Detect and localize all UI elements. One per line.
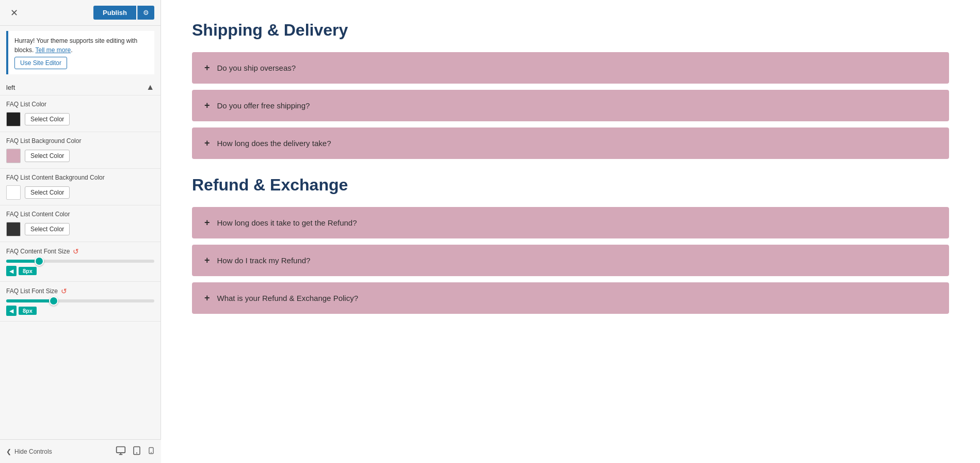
alignment-value: left xyxy=(6,84,15,91)
alignment-row: left ▲ xyxy=(0,79,160,95)
faq-content-font-size-label-row: FAQ Content Font Size ↺ xyxy=(6,247,154,256)
faq-list-content-bg-color-label: FAQ List Content Background Color xyxy=(6,174,154,181)
faq-content-font-size-thumb[interactable] xyxy=(35,257,44,266)
faq-list-font-size-label-row: FAQ List Font Size ↺ xyxy=(6,287,154,295)
chevron-left-icon: ❮ xyxy=(6,448,11,455)
faq-content-font-size-label: FAQ Content Font Size xyxy=(6,248,70,255)
faq-question: Do you offer free shipping? xyxy=(217,101,310,110)
faq-content-font-size-track[interactable] xyxy=(6,260,154,263)
faq-content-font-size-value: 8px xyxy=(19,267,37,275)
faq-list-bg-color-section: FAQ List Background Color Select Color xyxy=(0,132,160,169)
bottom-bar: ❮ Hide Controls xyxy=(0,439,161,463)
faq-plus-icon: + xyxy=(204,217,210,228)
top-bar: ✕ Publish ⚙ xyxy=(0,0,160,26)
main-content: Shipping & Delivery + Do you ship overse… xyxy=(161,0,980,463)
faq-list-content-bg-color-row: Select Color xyxy=(6,185,154,200)
faq-list-bg-color-swatch[interactable] xyxy=(6,149,21,163)
faq-list-content-bg-color-button[interactable]: Select Color xyxy=(25,186,70,199)
faq-list-font-size-section: FAQ List Font Size ↺ ◀ 8px xyxy=(0,282,160,322)
faq-question: How long does it take to get the Refund? xyxy=(217,218,357,227)
faq-list-content-color-button[interactable]: Select Color xyxy=(25,223,70,235)
use-site-editor-button[interactable]: Use Site Editor xyxy=(14,57,67,69)
alignment-arrow[interactable]: ▲ xyxy=(146,83,154,92)
refund-section: Refund & Exchange + How long does it tak… xyxy=(192,175,949,314)
faq-content-font-size-track-wrapper xyxy=(6,260,154,263)
faq-plus-icon: + xyxy=(204,293,210,304)
faq-item[interactable]: + How long does it take to get the Refun… xyxy=(192,207,949,238)
faq-item[interactable]: + Do you offer free shipping? xyxy=(192,90,949,121)
shipping-section: Shipping & Delivery + Do you ship overse… xyxy=(192,21,949,159)
tablet-icon[interactable] xyxy=(132,445,141,458)
faq-item[interactable]: + What is your Refund & Exchange Policy? xyxy=(192,282,949,314)
faq-list-bg-color-button[interactable]: Select Color xyxy=(25,150,70,162)
faq-question: How long does the delivery take? xyxy=(217,139,331,148)
device-icons xyxy=(116,445,155,458)
faq-list-bg-color-row: Select Color xyxy=(6,149,154,163)
faq-item[interactable]: + How do I track my Refund? xyxy=(192,245,949,276)
faq-content-font-size-badge-wrapper: ◀ 8px xyxy=(6,266,37,276)
faq-plus-icon: + xyxy=(204,138,210,149)
desktop-icon[interactable] xyxy=(116,445,126,458)
faq-item[interactable]: + How long does the delivery take? xyxy=(192,127,949,159)
faq-list-bg-color-label: FAQ List Background Color xyxy=(6,137,154,145)
faq-list-content-color-row: Select Color xyxy=(6,222,154,236)
faq-list-font-size-value: 8px xyxy=(19,307,37,315)
faq-question: Do you ship overseas? xyxy=(217,63,296,72)
refund-title: Refund & Exchange xyxy=(192,175,949,195)
faq-list-font-size-reset[interactable]: ↺ xyxy=(61,287,67,295)
notice-box: Hurray! Your theme supports site editing… xyxy=(6,31,154,74)
faq-list-content-bg-color-swatch[interactable] xyxy=(6,185,21,200)
shipping-title: Shipping & Delivery xyxy=(192,21,949,40)
notice-text: Hurray! Your theme supports site editing… xyxy=(14,37,137,54)
left-panel: ✕ Publish ⚙ Hurray! Your theme supports … xyxy=(0,0,161,463)
faq-list-color-swatch[interactable] xyxy=(6,112,21,126)
faq-list-font-size-thumb[interactable] xyxy=(49,296,58,306)
hide-controls-label: Hide Controls xyxy=(14,448,52,455)
faq-list-color-label: FAQ List Color xyxy=(6,101,154,108)
faq-list-content-bg-color-section: FAQ List Content Background Color Select… xyxy=(0,169,160,205)
faq-question: What is your Refund & Exchange Policy? xyxy=(217,294,358,302)
close-button[interactable]: ✕ xyxy=(6,5,22,21)
faq-list-color-button[interactable]: Select Color xyxy=(25,113,70,125)
faq-content-font-size-section: FAQ Content Font Size ↺ ◀ 8px xyxy=(0,242,160,282)
gear-button[interactable]: ⚙ xyxy=(137,6,154,20)
faq-plus-icon: + xyxy=(204,62,210,73)
faq-list-content-color-section: FAQ List Content Color Select Color xyxy=(0,205,160,242)
faq-item[interactable]: + Do you ship overseas? xyxy=(192,52,949,84)
hide-controls-button[interactable]: ❮ Hide Controls xyxy=(6,448,52,455)
controls-area: left ▲ FAQ List Color Select Color FAQ L… xyxy=(0,79,160,463)
faq-plus-icon: + xyxy=(204,255,210,266)
faq-content-font-size-filled xyxy=(6,260,36,263)
faq-content-font-size-decrement[interactable]: ◀ xyxy=(6,266,17,276)
publish-button[interactable]: Publish xyxy=(93,6,136,20)
faq-list-content-color-label: FAQ List Content Color xyxy=(6,211,154,218)
faq-question: How do I track my Refund? xyxy=(217,256,311,265)
faq-list-color-section: FAQ List Color Select Color xyxy=(0,95,160,132)
mobile-icon[interactable] xyxy=(148,445,155,458)
faq-list-font-size-badge-wrapper: ◀ 8px xyxy=(6,306,37,316)
faq-list-font-size-decrement[interactable]: ◀ xyxy=(6,306,17,316)
faq-list-font-size-track[interactable] xyxy=(6,299,154,302)
svg-rect-0 xyxy=(117,446,125,453)
publish-area: Publish ⚙ xyxy=(93,6,154,20)
faq-list-font-size-track-wrapper xyxy=(6,299,154,302)
faq-plus-icon: + xyxy=(204,100,210,111)
faq-content-font-size-reset[interactable]: ↺ xyxy=(73,247,79,256)
faq-list-content-color-swatch[interactable] xyxy=(6,222,21,236)
notice-link[interactable]: Tell me more xyxy=(35,46,71,54)
faq-list-color-row: Select Color xyxy=(6,112,154,126)
faq-list-font-size-label: FAQ List Font Size xyxy=(6,288,58,295)
faq-list-font-size-filled xyxy=(6,299,51,302)
